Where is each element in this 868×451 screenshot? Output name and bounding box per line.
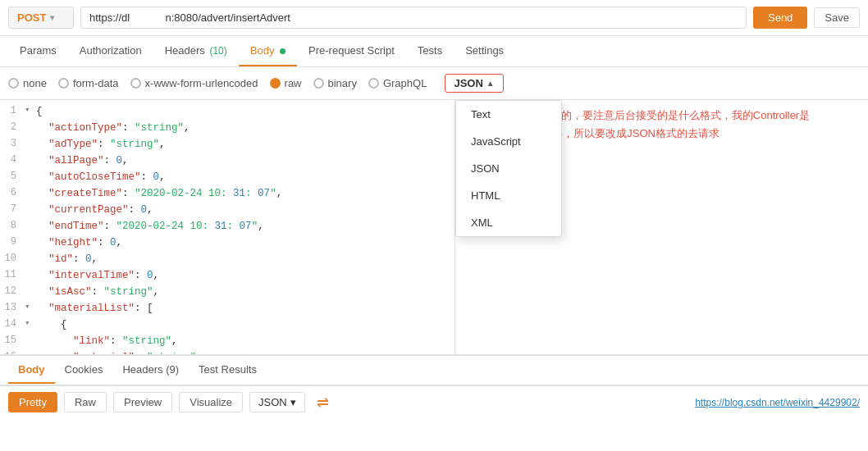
line-number: 3 xyxy=(0,136,25,152)
line-content: "allPage": 0, xyxy=(36,153,455,169)
radio-graphql xyxy=(368,78,379,89)
preview-button[interactable]: Preview xyxy=(113,392,172,412)
option-binary-label: binary xyxy=(328,77,357,89)
option-none-label: none xyxy=(23,77,47,89)
line-content: "link": "string", xyxy=(36,333,455,349)
url-bar: POST ▾ Send Save xyxy=(0,0,868,36)
line-content: "adType": "string", xyxy=(36,136,455,153)
dropdown-item-javascript[interactable]: JavaScript xyxy=(456,128,561,155)
line-content: "autoCloseTime": 0, xyxy=(36,169,455,185)
code-line: 3 "adType": "string", xyxy=(0,136,455,153)
tab-tests[interactable]: Tests xyxy=(406,36,454,66)
code-line: 1▾{ xyxy=(0,103,455,120)
url-input[interactable] xyxy=(80,7,747,29)
code-editor[interactable]: 1▾{2 "actionType": "string",3 "adType": … xyxy=(0,100,455,354)
bottom-json-dropdown[interactable]: JSON ▾ xyxy=(249,392,305,412)
option-raw[interactable]: raw xyxy=(270,77,302,89)
code-line: 7 "currentPage": 0, xyxy=(0,202,455,218)
method-arrow-icon: ▾ xyxy=(50,13,54,22)
option-binary[interactable]: binary xyxy=(313,77,357,89)
nav-tabs: Params Authorization Headers (10) Body P… xyxy=(0,36,868,67)
line-number: 7 xyxy=(0,202,25,217)
line-number: 15 xyxy=(0,333,25,348)
option-graphql[interactable]: GraphQL xyxy=(368,77,427,89)
line-content: "actionType": "string", xyxy=(36,120,455,136)
line-number: 6 xyxy=(0,185,25,201)
line-number: 4 xyxy=(0,153,25,168)
tab-params[interactable]: Params xyxy=(8,36,68,66)
format-dropdown-menu: Text JavaScript JSON HTML XML xyxy=(455,100,562,237)
code-line: 12 "isAsc": "string", xyxy=(0,284,455,300)
tab-headers[interactable]: Headers (10) xyxy=(153,36,239,66)
dropdown-item-text[interactable]: Text xyxy=(456,101,561,128)
code-line: 16 "material": "string" xyxy=(0,349,455,354)
line-number: 14 xyxy=(0,317,25,332)
json-format-dropdown[interactable]: JSON ▲ xyxy=(445,74,503,93)
dropdown-item-json[interactable]: JSON xyxy=(456,155,561,182)
option-form-data[interactable]: form-data xyxy=(58,77,119,89)
line-number: 2 xyxy=(0,120,25,135)
radio-none xyxy=(8,78,19,89)
tab-authorization[interactable]: Authorization xyxy=(68,36,153,66)
tab-pre-request[interactable]: Pre-request Script xyxy=(297,36,406,66)
visualize-button[interactable]: Visualize xyxy=(179,392,243,412)
pretty-button[interactable]: Pretty xyxy=(8,392,57,412)
code-line: 14▾ { xyxy=(0,317,455,333)
code-line: 9 "height": 0, xyxy=(0,235,455,251)
code-line: 4 "allPage": 0, xyxy=(0,153,455,169)
code-line: 6 "createTime": "2020-02-24 10: 31: 07", xyxy=(0,185,455,202)
res-tab-body[interactable]: Body xyxy=(8,357,55,384)
code-line: 15 "link": "string", xyxy=(0,333,455,349)
dropdown-item-xml[interactable]: XML xyxy=(456,209,561,236)
option-raw-label: raw xyxy=(285,77,302,89)
res-tab-test-results[interactable]: Test Results xyxy=(189,357,267,384)
bottom-json-label: JSON xyxy=(258,396,287,408)
line-number: 16 xyxy=(0,349,25,354)
line-content: "createTime": "2020-02-24 10: 31: 07", xyxy=(36,185,455,202)
bottom-json-arrow-icon: ▾ xyxy=(290,396,296,408)
bottom-url-link[interactable]: https://blog.csdn.net/weixin_4429902/ xyxy=(695,397,860,408)
body-options-bar: none form-data x-www-form-urlencoded raw… xyxy=(0,67,868,100)
raw-button[interactable]: Raw xyxy=(64,392,107,412)
option-graphql-label: GraphQL xyxy=(383,77,427,89)
line-content: { xyxy=(36,317,455,333)
option-form-data-label: form-data xyxy=(73,77,119,89)
response-tabs-bar: Body Cookies Headers (9) Test Results xyxy=(0,354,868,385)
code-line: 10 "id": 0, xyxy=(0,251,455,267)
option-urlencoded[interactable]: x-www-form-urlencoded xyxy=(130,77,258,89)
code-line: 13▾ "materialList": [ xyxy=(0,300,455,317)
bottom-toolbar: Pretty Raw Preview Visualize JSON ▾ ⇌ ht… xyxy=(0,385,868,418)
res-headers-badge: (9) xyxy=(166,363,179,376)
res-tab-headers[interactable]: Headers (9) xyxy=(112,357,189,384)
tab-settings[interactable]: Settings xyxy=(454,36,515,66)
line-number: 5 xyxy=(0,169,25,184)
line-arrow-icon: ▾ xyxy=(25,103,36,118)
dropdown-item-html[interactable]: HTML xyxy=(456,182,561,209)
save-button[interactable]: Save xyxy=(814,7,860,28)
code-line: 2 "actionType": "string", xyxy=(0,120,455,136)
line-content: "isAsc": "string", xyxy=(36,284,455,300)
line-content: "material": "string" xyxy=(36,349,455,354)
line-content: "endTime": "2020-02-24 10: 31: 07", xyxy=(36,218,455,235)
res-tab-cookies[interactable]: Cookies xyxy=(55,357,113,384)
method-select[interactable]: POST ▾ xyxy=(8,7,74,29)
code-line: 8 "endTime": "2020-02-24 10: 31: 07", xyxy=(0,218,455,235)
line-content: "height": 0, xyxy=(36,235,455,251)
line-content: { xyxy=(36,103,455,120)
line-content: "id": 0, xyxy=(36,251,455,267)
send-button[interactable]: Send xyxy=(753,7,807,29)
json-format-label: JSON xyxy=(454,77,482,89)
code-line: 5 "autoCloseTime": 0, xyxy=(0,169,455,185)
json-dropdown-arrow-icon: ▲ xyxy=(487,79,495,88)
option-none[interactable]: none xyxy=(8,77,47,89)
tab-body[interactable]: Body xyxy=(239,36,297,66)
option-urlencoded-label: x-www-form-urlencoded xyxy=(145,77,258,89)
radio-raw xyxy=(270,78,281,89)
line-number: 10 xyxy=(0,251,25,266)
line-content: "intervalTime": 0, xyxy=(36,267,455,284)
wrap-icon[interactable]: ⇌ xyxy=(312,392,334,413)
line-arrow-icon: ▾ xyxy=(25,300,36,315)
method-label: POST xyxy=(17,11,46,24)
line-arrow-icon: ▾ xyxy=(25,317,36,331)
radio-urlencoded xyxy=(130,78,141,89)
